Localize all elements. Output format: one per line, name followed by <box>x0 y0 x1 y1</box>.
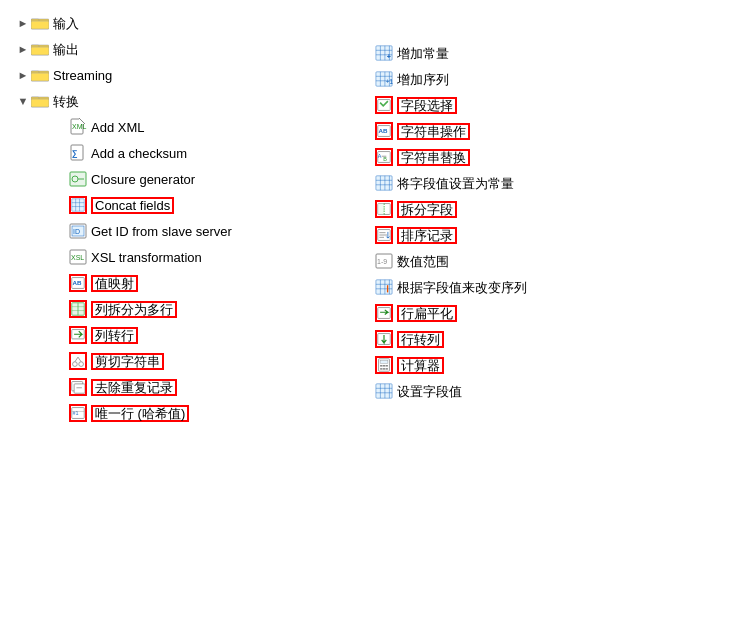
svg-rect-67 <box>376 176 392 190</box>
tree-item-add-xml[interactable]: XML Add XML <box>15 114 375 140</box>
svg-text:AB: AB <box>73 279 82 286</box>
svg-rect-96 <box>383 368 385 370</box>
tree-item-output[interactable]: ► 输出 <box>15 36 375 62</box>
right-item-sort-records[interactable]: 排序记录 <box>375 222 715 248</box>
right-item-change-seq[interactable]: 根据字段值来改变序列 <box>375 274 715 300</box>
svg-line-40 <box>78 357 81 362</box>
set-field-val-label: 设置字段值 <box>397 385 462 398</box>
svg-text:+1: +1 <box>386 78 393 85</box>
string-replace-icon: A B <box>375 148 393 166</box>
svg-rect-95 <box>380 368 382 370</box>
expand-icon-input[interactable]: ► <box>15 15 31 31</box>
expand-icon-transform[interactable]: ▼ <box>15 93 31 109</box>
set-field-val-icon <box>375 382 393 400</box>
add-xml-label: Add XML <box>91 121 144 134</box>
svg-rect-8 <box>31 73 49 81</box>
right-item-set-field-val[interactable]: 设置字段值 <box>375 378 715 404</box>
row-flatten-label: 行扁平化 <box>397 305 457 322</box>
input-label: 输入 <box>53 17 79 30</box>
expand-icon-output[interactable]: ► <box>15 41 31 57</box>
tree-item-unique-row[interactable]: #1 唯一行 (哈希值) <box>15 400 375 426</box>
string-ops-label: 字符串操作 <box>397 123 470 140</box>
add-checksum-label: Add a checksum <box>91 147 187 160</box>
change-seq-label: 根据字段值来改变序列 <box>397 281 527 294</box>
svg-rect-92 <box>380 365 382 367</box>
value-map-icon: AB <box>69 274 87 292</box>
string-ops-icon: AB <box>375 122 393 140</box>
sort-records-icon <box>375 226 393 244</box>
svg-rect-88 <box>378 308 390 319</box>
svg-text:B: B <box>383 156 387 162</box>
tree-item-input[interactable]: ► 输入 <box>15 10 375 36</box>
value-map-label: 值映射 <box>91 275 138 292</box>
tree-item-transform[interactable]: ▼ 转换 <box>15 88 375 114</box>
calculator-icon <box>375 356 393 374</box>
svg-text:A: A <box>378 153 382 159</box>
svg-text:ID: ID <box>73 228 80 235</box>
sort-records-label: 排序记录 <box>397 227 457 244</box>
svg-rect-82 <box>376 280 392 294</box>
svg-rect-94 <box>386 365 388 367</box>
col-to-row-icon <box>69 326 87 344</box>
split-col-rows-icon <box>69 300 87 318</box>
concat-fields-label: Concat fields <box>91 197 174 214</box>
svg-rect-97 <box>386 368 388 370</box>
right-item-row-to-col[interactable]: 行转列 <box>375 326 715 352</box>
svg-text:+: + <box>387 52 391 61</box>
svg-rect-42 <box>74 384 85 393</box>
tree-item-cut-string[interactable]: 剪切字符串 <box>15 348 375 374</box>
svg-point-38 <box>79 362 84 367</box>
right-item-row-flatten[interactable]: 行扁平化 <box>375 300 715 326</box>
right-item-field-select[interactable]: 字段选择 <box>375 92 715 118</box>
right-item-string-replace[interactable]: A B 字符串替换 <box>375 144 715 170</box>
closure-gen-icon <box>69 170 87 188</box>
right-item-calculator[interactable]: 计算器 <box>375 352 715 378</box>
right-item-set-field-const[interactable]: 将字段值设置为常量 <box>375 170 715 196</box>
set-field-const-label: 将字段值设置为常量 <box>397 177 514 190</box>
tree-item-split-col-rows[interactable]: 列拆分为多行 <box>15 296 375 322</box>
right-item-numeric-range[interactable]: 1-9 数值范围 <box>375 248 715 274</box>
add-checksum-icon: ∑ <box>69 144 87 162</box>
tree-item-xsl-transform[interactable]: XSL XSL transformation <box>15 244 375 270</box>
xsl-transform-icon: XSL <box>69 248 87 266</box>
tree-item-add-checksum[interactable]: ∑ Add a checksum <box>15 140 375 166</box>
svg-rect-5 <box>31 47 49 55</box>
svg-text:1-9: 1-9 <box>377 258 387 265</box>
tree-item-streaming[interactable]: ► Streaming <box>15 62 375 88</box>
unique-row-icon: #1 <box>69 404 87 422</box>
right-item-add-sequence[interactable]: +1 增加序列 <box>375 66 715 92</box>
svg-rect-11 <box>31 99 49 107</box>
expand-icon-streaming[interactable]: ► <box>15 67 31 83</box>
output-label: 输出 <box>53 43 79 56</box>
remove-dup-label: 去除重复记录 <box>91 379 177 396</box>
right-item-string-ops[interactable]: AB 字符串操作 <box>375 118 715 144</box>
string-replace-label: 字符串替换 <box>397 149 470 166</box>
get-id-icon: ID <box>69 222 87 240</box>
svg-rect-98 <box>376 384 392 398</box>
add-sequence-icon: +1 <box>375 70 393 88</box>
svg-point-37 <box>73 362 78 367</box>
svg-text:XSL: XSL <box>71 254 84 261</box>
tree-item-col-to-row[interactable]: 列转行 <box>15 322 375 348</box>
split-field-icon <box>375 200 393 218</box>
transform-label: 转换 <box>53 95 79 108</box>
field-select-icon <box>375 96 393 114</box>
field-select-label: 字段选择 <box>397 97 457 114</box>
tree-item-remove-dup[interactable]: 去除重复记录 <box>15 374 375 400</box>
row-to-col-icon <box>375 330 393 348</box>
svg-rect-20 <box>72 199 84 211</box>
tree-item-get-id[interactable]: ID Get ID from slave server <box>15 218 375 244</box>
tree-item-concat-fields[interactable]: Concat fields <box>15 192 375 218</box>
right-item-split-field[interactable]: 拆分字段 <box>375 196 715 222</box>
split-col-rows-label: 列拆分为多行 <box>91 301 177 318</box>
folder-icon-transform <box>31 94 49 108</box>
row-flatten-icon <box>375 304 393 322</box>
calculator-label: 计算器 <box>397 357 444 374</box>
add-xml-icon: XML <box>69 118 87 136</box>
remove-dup-icon <box>69 378 87 396</box>
svg-text:#1: #1 <box>73 410 79 416</box>
tree-item-closure-gen[interactable]: Closure generator <box>15 166 375 192</box>
right-item-add-constant[interactable]: + 增加常量 <box>375 40 715 66</box>
xsl-transform-label: XSL transformation <box>91 251 202 264</box>
tree-item-value-map[interactable]: AB 值映射 <box>15 270 375 296</box>
